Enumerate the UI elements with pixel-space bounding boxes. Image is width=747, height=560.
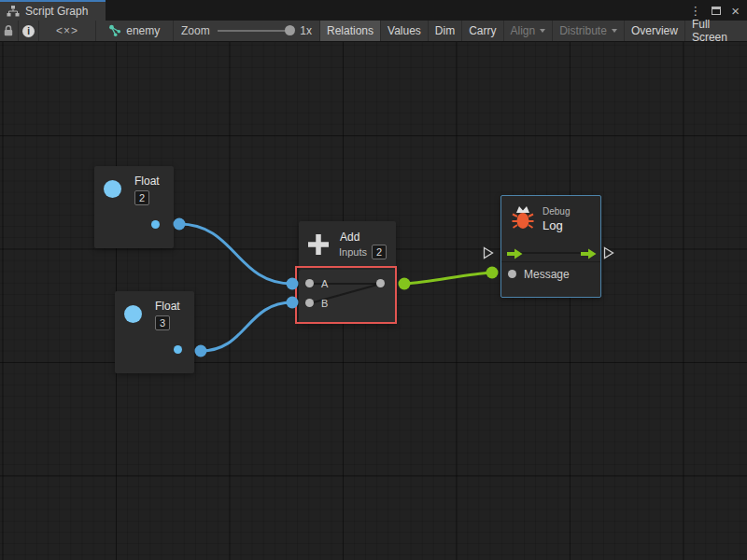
wire-endpoint[interactable] (195, 345, 207, 357)
code-preview-icon: <×> (56, 24, 78, 37)
float-node-title: Float (155, 300, 180, 313)
graph-asset-icon (108, 24, 121, 37)
close-icon[interactable]: × (731, 4, 740, 18)
add-node-title: Add (340, 231, 359, 244)
float-output-port[interactable] (151, 220, 160, 229)
code-preview-button[interactable]: <×> (39, 21, 95, 41)
fullscreen-label: Full Screen (692, 18, 740, 44)
tab-script-graph[interactable]: Script Graph (0, 0, 106, 21)
fullscreen-button[interactable]: Full Screen (684, 21, 747, 41)
message-port-label: Message (524, 268, 570, 281)
message-input-port[interactable] (508, 270, 516, 278)
plus-icon (306, 232, 331, 257)
maximize-icon[interactable] (712, 7, 721, 15)
relations-button[interactable]: Relations (319, 21, 380, 41)
relation-lines (299, 270, 396, 324)
relations-label: Relations (327, 24, 374, 37)
graph-name-label: enemy (126, 24, 160, 37)
distribute-dropdown[interactable]: Distribute (552, 21, 624, 41)
flow-input-arrow-icon[interactable] (507, 247, 523, 260)
port-b-dot[interactable] (305, 299, 314, 307)
wire-endpoint[interactable] (486, 267, 499, 279)
add-node-header[interactable]: Add Inputs 2 (299, 221, 396, 270)
node-divider (501, 261, 600, 262)
wire-endpoint[interactable] (399, 278, 411, 290)
align-dropdown[interactable]: Align (503, 21, 553, 41)
graph-canvas[interactable]: Float 2 Float 3 Add Inputs 2 (0, 42, 747, 560)
wire-endpoint[interactable] (287, 297, 299, 309)
zoom-slider-handle[interactable] (285, 25, 295, 35)
float-node-1[interactable]: Float 2 (94, 166, 174, 248)
carry-button[interactable]: Carry (461, 21, 502, 41)
info-button[interactable]: i (19, 21, 39, 41)
add-node-ports[interactable]: A B (299, 270, 396, 324)
chevron-down-icon (540, 29, 545, 33)
info-icon: i (22, 25, 35, 37)
float-value-input[interactable]: 2 (134, 190, 149, 205)
port-b-label: B (321, 298, 328, 309)
float-node-title: Float (134, 175, 160, 188)
debug-category-label: Debug (543, 206, 570, 217)
values-label: Values (388, 24, 421, 37)
graph-toolbar: i <×> enemy Zoom 1x Relations (0, 21, 747, 42)
dim-label: Dim (435, 24, 455, 37)
zoom-slider[interactable] (218, 30, 293, 32)
flow-relation-line (516, 252, 587, 254)
distribute-label: Distribute (559, 24, 607, 37)
add-inputs-row: Inputs 2 (339, 245, 387, 259)
graph-reference[interactable]: enemy (96, 21, 174, 41)
values-button[interactable]: Values (380, 21, 428, 41)
wire-float3-to-b (201, 302, 292, 351)
float-value-input[interactable]: 3 (155, 315, 170, 330)
flow-exit-triangle-icon[interactable] (603, 246, 614, 259)
title-bar: Script Graph ⋮ × (0, 0, 747, 21)
lock-button[interactable] (0, 21, 19, 41)
float-type-icon (124, 305, 142, 323)
overview-label: Overview (631, 24, 678, 37)
graph-tab-icon (7, 6, 20, 17)
wire-endpoint[interactable] (287, 278, 299, 290)
tab-title: Script Graph (25, 5, 88, 18)
debug-log-node[interactable]: Debug Log Message (500, 195, 601, 298)
inputs-count-input[interactable]: 2 (372, 245, 387, 259)
zoom-label: Zoom (181, 24, 210, 37)
script-graph-window: Script Graph ⋮ × i <×> (0, 0, 747, 560)
overview-button[interactable]: Overview (624, 21, 684, 41)
debug-title-label: Log (543, 218, 563, 232)
port-a-dot[interactable] (305, 279, 314, 287)
carry-label: Carry (469, 24, 496, 37)
dim-button[interactable]: Dim (428, 21, 461, 41)
flow-output-arrow-icon[interactable] (581, 247, 597, 260)
bug-icon (511, 203, 535, 230)
zoom-control: Zoom 1x (174, 21, 319, 41)
zoom-level: 1x (300, 24, 312, 37)
float-output-port[interactable] (174, 345, 182, 354)
wire-float2-to-a (179, 224, 292, 284)
lock-icon (3, 24, 14, 37)
float-node-2[interactable]: Float 3 (115, 291, 194, 373)
wire-sum-to-message (404, 273, 492, 284)
sum-output-port[interactable] (376, 279, 385, 287)
wire-endpoint[interactable] (174, 218, 186, 231)
align-label: Align (511, 24, 536, 37)
flow-entry-triangle-icon[interactable] (483, 246, 494, 259)
chevron-down-icon (612, 29, 617, 33)
port-a-label: A (321, 278, 328, 289)
float-type-icon (104, 180, 121, 198)
inputs-label: Inputs (339, 246, 367, 258)
window-menu-icon[interactable]: ⋮ (689, 5, 701, 17)
